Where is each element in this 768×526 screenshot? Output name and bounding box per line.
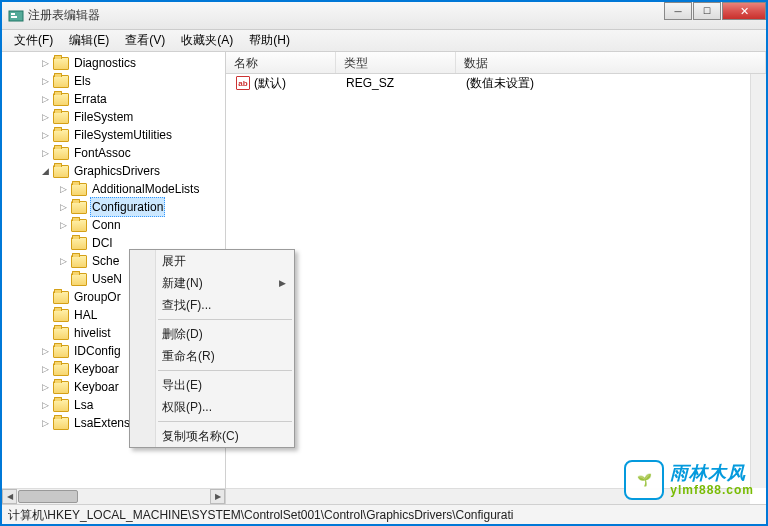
cm-new[interactable]: 新建(N)	[130, 272, 294, 294]
tree-node-label: Els	[72, 72, 93, 90]
folder-icon	[53, 111, 69, 124]
tree-node-label: FontAssoc	[72, 144, 133, 162]
folder-icon	[53, 129, 69, 142]
expand-icon[interactable]	[40, 90, 51, 108]
value-name-cell: (默认)	[228, 75, 338, 92]
tree-node-label: HAL	[72, 306, 99, 324]
folder-icon	[53, 93, 69, 106]
expand-icon[interactable]	[58, 198, 69, 216]
tree-node[interactable]: Els	[4, 72, 225, 90]
watermark: 🌱 雨林木风 ylmf888.com	[624, 460, 754, 500]
list-vertical-scrollbar[interactable]	[750, 74, 766, 488]
svg-rect-2	[11, 16, 17, 18]
sprout-icon: 🌱	[637, 473, 652, 487]
context-menu: 展开 新建(N) 查找(F)... 删除(D) 重命名(R) 导出(E) 权限(…	[129, 249, 295, 448]
value-data: (数值未设置)	[458, 75, 766, 92]
menu-favorites[interactable]: 收藏夹(A)	[173, 30, 241, 51]
folder-icon	[53, 75, 69, 88]
folder-icon	[71, 201, 87, 214]
tree-node[interactable]: FileSystem	[4, 108, 225, 126]
folder-icon	[53, 345, 69, 358]
toggle-spacer	[40, 324, 51, 342]
expand-icon[interactable]	[58, 216, 69, 234]
folder-icon	[53, 381, 69, 394]
watermark-icon: 🌱	[624, 460, 664, 500]
expand-icon[interactable]	[40, 342, 51, 360]
scroll-thumb[interactable]	[18, 490, 78, 503]
menu-edit[interactable]: 编辑(E)	[61, 30, 117, 51]
expand-icon[interactable]	[40, 72, 51, 90]
folder-icon	[53, 57, 69, 70]
tree-node[interactable]: AdditionalModeLists	[4, 180, 225, 198]
title-bar: 注册表编辑器	[2, 2, 766, 30]
window-controls	[664, 2, 766, 20]
minimize-button[interactable]	[664, 2, 692, 20]
cm-find[interactable]: 查找(F)...	[130, 294, 294, 316]
list-row[interactable]: (默认) REG_SZ (数值未设置)	[226, 74, 766, 92]
column-name[interactable]: 名称	[226, 52, 336, 73]
tree-node-label: AdditionalModeLists	[90, 180, 201, 198]
list-header: 名称 类型 数据	[226, 52, 766, 74]
tree-node-label: Configuration	[90, 197, 165, 217]
tree-node[interactable]: FileSystemUtilities	[4, 126, 225, 144]
collapse-icon[interactable]	[40, 162, 51, 180]
cm-separator	[158, 370, 292, 371]
value-type: REG_SZ	[338, 76, 458, 90]
tree-node-label: FileSystem	[72, 108, 135, 126]
toggle-spacer	[40, 288, 51, 306]
close-button[interactable]	[722, 2, 766, 20]
expand-icon[interactable]	[40, 108, 51, 126]
folder-icon	[71, 255, 87, 268]
tree-node-label: IDConfig	[72, 342, 123, 360]
menu-file[interactable]: 文件(F)	[6, 30, 61, 51]
expand-icon[interactable]	[40, 378, 51, 396]
tree-node-label: UseN	[90, 270, 124, 288]
menu-help[interactable]: 帮助(H)	[241, 30, 298, 51]
window-title: 注册表编辑器	[28, 7, 100, 24]
folder-icon	[71, 219, 87, 232]
scroll-right-arrow[interactable]	[210, 489, 225, 504]
cm-export[interactable]: 导出(E)	[130, 374, 294, 396]
cm-rename[interactable]: 重命名(R)	[130, 345, 294, 367]
expand-icon[interactable]	[58, 180, 69, 198]
menu-bar: 文件(F) 编辑(E) 查看(V) 收藏夹(A) 帮助(H)	[2, 30, 766, 52]
tree-node-label: Errata	[72, 90, 109, 108]
tree-node-label: Diagnostics	[72, 54, 138, 72]
status-path: 计算机\HKEY_LOCAL_MACHINE\SYSTEM\ControlSet…	[8, 508, 514, 522]
tree-node[interactable]: Diagnostics	[4, 54, 225, 72]
column-data[interactable]: 数据	[456, 52, 766, 73]
watermark-brand: 雨林木风	[670, 464, 754, 482]
tree-horizontal-scrollbar[interactable]	[2, 488, 225, 504]
cm-separator	[158, 319, 292, 320]
expand-icon[interactable]	[40, 360, 51, 378]
expand-icon[interactable]	[40, 414, 51, 432]
tree-node-label: Conn	[90, 216, 123, 234]
menu-view[interactable]: 查看(V)	[117, 30, 173, 51]
tree-node-label: Lsa	[72, 396, 95, 414]
tree-node[interactable]: Errata	[4, 90, 225, 108]
folder-icon	[53, 399, 69, 412]
svg-rect-1	[11, 13, 15, 15]
folder-icon	[53, 417, 69, 430]
expand-icon[interactable]	[40, 54, 51, 72]
tree-node[interactable]: FontAssoc	[4, 144, 225, 162]
tree-node[interactable]: GraphicsDrivers	[4, 162, 225, 180]
cm-expand[interactable]: 展开	[130, 250, 294, 272]
column-type[interactable]: 类型	[336, 52, 456, 73]
cm-copy-key-name[interactable]: 复制项名称(C)	[130, 425, 294, 447]
tree-node[interactable]: Conn	[4, 216, 225, 234]
toggle-spacer	[58, 270, 69, 288]
expand-icon[interactable]	[40, 126, 51, 144]
watermark-url: ylmf888.com	[670, 484, 754, 496]
cm-delete[interactable]: 删除(D)	[130, 323, 294, 345]
cm-permissions[interactable]: 权限(P)...	[130, 396, 294, 418]
expand-icon[interactable]	[40, 396, 51, 414]
folder-icon	[53, 309, 69, 322]
expand-icon[interactable]	[40, 144, 51, 162]
reg-sz-icon	[236, 76, 250, 90]
scroll-left-arrow[interactable]	[2, 489, 17, 504]
folder-icon	[71, 237, 87, 250]
expand-icon[interactable]	[58, 252, 69, 270]
tree-node[interactable]: Configuration	[4, 198, 225, 216]
maximize-button[interactable]	[693, 2, 721, 20]
